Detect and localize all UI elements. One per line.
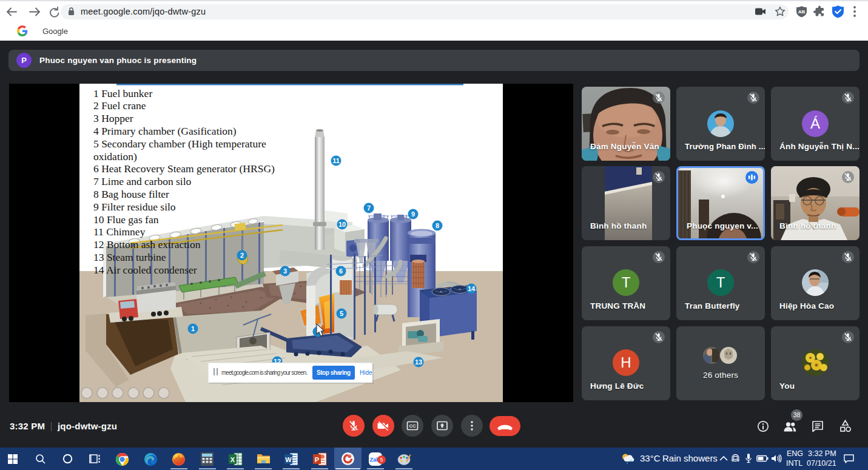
svg-text:CC: CC [409, 423, 416, 429]
svg-text:9 Filter residue silo: 9 Filter residue silo [93, 201, 176, 213]
svg-text:10 Flue gas fan: 10 Flue gas fan [93, 213, 159, 226]
svg-text:5 Secondary chamber (High temp: 5 Secondary chamber (High temperature [93, 138, 266, 150]
svg-text:13: 13 [415, 358, 422, 366]
svg-text:5: 5 [340, 310, 343, 317]
svg-text:8 Bag house filter: 8 Bag house filter [93, 188, 169, 200]
svg-text:AB: AB [798, 9, 806, 15]
svg-text:7: 7 [367, 204, 371, 212]
svg-text:14 Air cooled condenser: 14 Air cooled condenser [93, 264, 197, 276]
svg-text:6 Heat Recovery Steam generato: 6 Heat Recovery Steam generator (HRSG) [93, 163, 275, 175]
svg-text:9: 9 [411, 210, 415, 218]
svg-text:Stop sharing: Stop sharing [317, 369, 351, 376]
svg-text:12 Bottom ash extraction: 12 Bottom ash extraction [93, 238, 201, 250]
svg-text:oxidation): oxidation) [93, 150, 137, 163]
svg-text:2: 2 [240, 252, 244, 259]
svg-text:14: 14 [468, 285, 476, 292]
svg-text:8: 8 [436, 222, 439, 229]
svg-text:11: 11 [332, 157, 340, 164]
svg-text:6: 6 [339, 267, 343, 275]
svg-text:1 Fuel bunker: 1 Fuel bunker [93, 87, 152, 99]
svg-text:11 Chimney: 11 Chimney [93, 226, 146, 238]
svg-text:3: 3 [283, 267, 287, 275]
svg-text:10: 10 [338, 221, 346, 228]
svg-text:P: P [315, 456, 319, 463]
svg-text:7 Lime and carbon silo: 7 Lime and carbon silo [93, 175, 192, 187]
svg-text:W: W [285, 456, 292, 463]
svg-text:3 Hopper: 3 Hopper [93, 112, 133, 124]
svg-text:2 Fuel crane: 2 Fuel crane [93, 99, 146, 112]
svg-text:13 Steam turbine: 13 Steam turbine [93, 251, 166, 263]
svg-text:1: 1 [191, 325, 195, 332]
svg-text:X: X [230, 456, 235, 463]
svg-text:meet.google.com is sharing you: meet.google.com is sharing your screen. [221, 369, 308, 376]
svg-text:4 Primary chamber (Gasificatio: 4 Primary chamber (Gasification) [93, 125, 237, 137]
svg-text:Hide: Hide [360, 369, 372, 376]
